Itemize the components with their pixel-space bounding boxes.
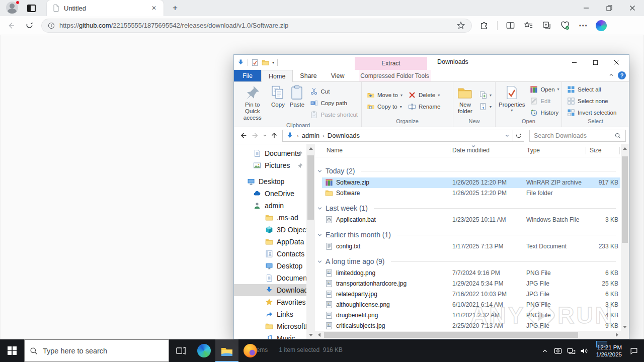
minimize-ribbon-icon[interactable]: [609, 72, 614, 77]
browser-close-button[interactable]: [621, 0, 644, 16]
scrollbar-thumb[interactable]: [307, 155, 314, 220]
sidebar-item-links[interactable]: Links: [234, 308, 306, 320]
ribbon-button-new-folder[interactable]: New folder: [455, 83, 475, 118]
collapse-chevron-icon[interactable]: [317, 259, 323, 264]
breadcrumb[interactable]: ›admin›Downloads: [282, 130, 513, 142]
sidebar-item-appdata[interactable]: AppData: [234, 236, 306, 248]
network-icon[interactable]: [565, 339, 578, 362]
workspaces-icon[interactable]: [27, 5, 36, 12]
tab-file[interactable]: File: [234, 70, 261, 81]
collapse-chevron-icon[interactable]: [317, 168, 323, 174]
file-group-header-last-week-1[interactable]: Last week (1): [317, 203, 621, 214]
taskbar-edge-button[interactable]: [192, 339, 215, 362]
explorer-minimize-button[interactable]: [564, 55, 585, 70]
taskbar-firefox-button[interactable]: [238, 339, 262, 362]
scroll-up-icon[interactable]: [621, 144, 629, 152]
action-center-button[interactable]: [624, 346, 644, 355]
file-row-application-bat[interactable]: Application.bat1/23/2025 10:11 AMWindows…: [322, 215, 620, 225]
ribbon-button-copy[interactable]: Copy: [269, 83, 287, 122]
tab-home[interactable]: Home: [261, 70, 293, 82]
sidebar-item-favorites[interactable]: Favorites: [234, 296, 306, 308]
file-row-limiteddog-png[interactable]: limiteddog.png7/7/2024 9:16 PMPNG File6 …: [322, 268, 620, 279]
sidebar-item-admin[interactable]: admin: [234, 200, 306, 212]
sidebar-item-onedrive[interactable]: OneDrive: [234, 188, 306, 200]
sidebar-scrollbar[interactable]: [306, 144, 315, 339]
ribbon-button-copy-to[interactable]: Copy to▾: [365, 102, 404, 112]
file-row-config-txt[interactable]: config.txt1/17/2025 7:13 PMText Document…: [322, 241, 620, 252]
settings-menu-icon[interactable]: ⋯: [578, 20, 588, 31]
sidebar-item-microsoftedge[interactable]: MicrosoftEdge: [234, 320, 306, 332]
screen-record-icon[interactable]: [551, 339, 565, 362]
column-divider[interactable]: [586, 147, 586, 154]
scroll-left-icon[interactable]: [315, 331, 323, 339]
site-info-icon[interactable]: [48, 22, 55, 29]
column-header-name[interactable]: Name: [327, 147, 343, 154]
collections-icon[interactable]: [541, 20, 552, 31]
tab-share[interactable]: Share: [293, 70, 324, 81]
file-row-transportationhardcore-jpg[interactable]: transportationhardcore.jpg1/29/2024 5:34…: [322, 279, 620, 289]
recent-locations-chevron-icon[interactable]: [261, 130, 268, 142]
column-header-type[interactable]: Type: [527, 147, 540, 154]
file-row-software-zip[interactable]: Software.zip1/26/2025 12:20 PMWinRAR ZIP…: [322, 177, 620, 188]
split-screen-icon[interactable]: [505, 20, 516, 31]
sidebar-item-documents[interactable]: Documents: [234, 272, 306, 284]
file-row-relatedparty-jpg[interactable]: relatedparty.jpg7/16/2022 10:03 PMJPG Fi…: [322, 289, 620, 300]
address-dropdown-icon[interactable]: [505, 133, 510, 138]
explorer-maximize-button[interactable]: [585, 55, 606, 70]
favorites-icon[interactable]: [523, 20, 534, 31]
taskbar-clock[interactable]: 12:21 PM 1/26/2025: [591, 344, 624, 358]
ribbon-button-easy-access[interactable]: ▾: [477, 102, 493, 112]
sidebar-item-desktop[interactable]: Desktop: [234, 175, 306, 188]
scroll-right-icon[interactable]: [613, 331, 621, 339]
bookmark-star-icon[interactable]: [456, 21, 465, 30]
nav-up-button[interactable]: [268, 130, 280, 142]
browser-tab[interactable]: Untitled ✕: [47, 0, 164, 16]
start-button[interactable]: [0, 339, 24, 362]
scrollbar-thumb[interactable]: [622, 156, 628, 243]
sidebar-item-desktop[interactable]: Desktop: [234, 260, 306, 272]
taskbar-search-box[interactable]: Type here to search: [24, 339, 169, 362]
explorer-close-button[interactable]: [606, 55, 627, 70]
ribbon-button-delete[interactable]: Delete▾: [407, 90, 442, 100]
ribbon-button-rename[interactable]: Rename: [407, 102, 442, 112]
collapse-chevron-icon[interactable]: [317, 232, 323, 238]
qat-properties-icon[interactable]: [251, 59, 259, 66]
column-divider[interactable]: [524, 147, 524, 154]
breadcrumb-item-downloads[interactable]: Downloads: [328, 132, 360, 139]
qat-customize-chevron-icon[interactable]: ▾: [272, 60, 274, 65]
search-icon[interactable]: [614, 132, 621, 139]
sidebar-item-ms-ad[interactable]: .ms-ad: [234, 212, 306, 224]
sidebar-item-documents[interactable]: Documents: [234, 147, 306, 159]
new-tab-button[interactable]: +: [169, 2, 182, 15]
breadcrumb-item-admin[interactable]: admin: [302, 132, 319, 139]
tab-close-icon[interactable]: ✕: [149, 4, 158, 13]
file-group-header-a-long-time-ago-9[interactable]: A long time ago (9): [317, 256, 621, 267]
sidebar-item-3d-objects[interactable]: 3D Objects: [234, 224, 306, 236]
contextual-tab-extract[interactable]: Extract: [355, 57, 427, 70]
refresh-button[interactable]: [513, 130, 524, 142]
sidebar-item-music[interactable]: Music: [234, 332, 306, 339]
explorer-search-box[interactable]: Search Downloads: [529, 130, 626, 142]
nav-back-button[interactable]: [237, 130, 249, 142]
column-divider[interactable]: [619, 147, 620, 154]
scroll-down-icon[interactable]: [621, 323, 629, 331]
browser-back-button[interactable]: [4, 19, 18, 33]
task-view-button[interactable]: [169, 339, 192, 362]
horizontal-scrollbar[interactable]: [315, 331, 621, 339]
ribbon-button-history[interactable]: History: [528, 108, 560, 118]
column-header-size[interactable]: Size: [590, 147, 601, 154]
browser-restore-button[interactable]: [598, 0, 621, 16]
ribbon-button-select-none[interactable]: Select none: [566, 96, 618, 106]
qat-new-folder-icon[interactable]: [262, 59, 269, 66]
scrollbar-thumb[interactable]: [324, 332, 578, 338]
file-row-software[interactable]: Software1/26/2025 12:20 PMFile folder: [322, 188, 620, 199]
sidebar-item-downloads[interactable]: Downloads: [234, 284, 306, 296]
taskbar-explorer-button[interactable]: [215, 339, 238, 362]
ribbon-button-select-all[interactable]: Select all: [566, 84, 618, 95]
extensions-icon[interactable]: [479, 20, 490, 31]
tab-compressed-folder-tools[interactable]: Compressed Folder Tools: [359, 70, 431, 81]
ribbon-button-properties[interactable]: Properties▾: [498, 83, 526, 118]
ribbon-button-pin-to-quick-access[interactable]: Pin to Quick access: [237, 83, 268, 122]
browser-refresh-button[interactable]: [22, 19, 36, 33]
column-divider[interactable]: [450, 147, 450, 154]
